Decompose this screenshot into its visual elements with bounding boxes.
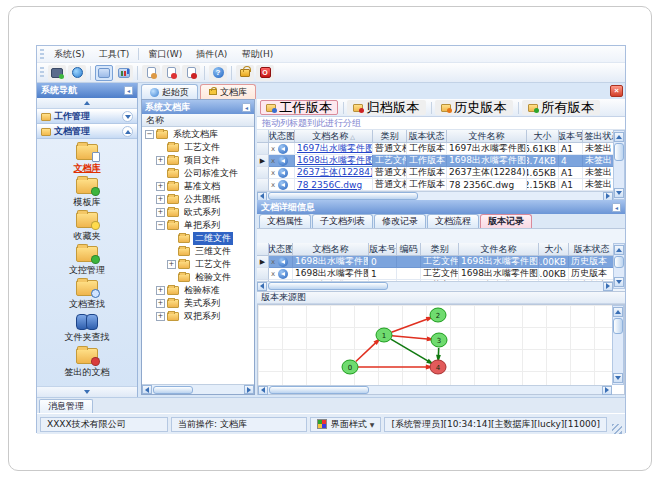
cell-版本号[interactable]: A1 xyxy=(559,179,583,191)
cell-签出状态[interactable]: 未签出 xyxy=(583,155,613,167)
detail-tab-子文档列表[interactable]: 子文档列表 xyxy=(312,214,373,228)
tree-horizontal-scrollbar[interactable] xyxy=(142,384,254,394)
graph-vscrollbar[interactable] xyxy=(612,305,624,385)
cell-大小[interactable]: 73.00KB xyxy=(539,268,569,280)
column-header-大小[interactable]: 大小 xyxy=(527,130,559,143)
toolbar-button-globe[interactable] xyxy=(68,65,86,81)
expand-icon[interactable]: + xyxy=(156,286,165,295)
cell-文档名称[interactable]: 1698出水嘴零件图.dwg xyxy=(293,268,369,280)
tree-node-美式系列[interactable]: +美式系列 xyxy=(142,297,254,310)
tree-node-公司标准文件[interactable]: 公司标准文件 xyxy=(142,167,254,180)
pin-icon[interactable]: ◂ xyxy=(612,203,621,212)
cell-文件名称[interactable]: 1698出水嘴零件图.dwg xyxy=(447,155,527,167)
toolbar-grip[interactable] xyxy=(40,67,44,78)
scroll-down-icon[interactable] xyxy=(613,373,623,383)
pin-icon[interactable]: ◂ xyxy=(242,103,251,112)
tree-node-工艺文件[interactable]: 工艺文件 xyxy=(142,141,254,154)
menu-item-2[interactable]: 工具(T) xyxy=(92,46,137,63)
collapse-icon[interactable]: − xyxy=(156,221,165,230)
scrollbar-thumb[interactable] xyxy=(613,318,623,334)
graph-hscrollbar[interactable] xyxy=(258,385,612,394)
toolbar-button-doc-new[interactable] xyxy=(142,65,160,81)
expand-icon[interactable]: + xyxy=(156,182,165,191)
cell-版本状态[interactable]: 工作版本 xyxy=(407,167,447,179)
column-header-大小[interactable]: 大小 xyxy=(539,243,569,256)
toolbar-button-help[interactable]: ? xyxy=(209,65,227,81)
cell-签出状态[interactable]: 未签出 xyxy=(583,143,613,155)
cell-签出状态[interactable]: 未签出 xyxy=(583,179,613,191)
button-工作版本[interactable]: 工作版本 xyxy=(260,100,338,115)
tree-node-欧式系列[interactable]: +欧式系列 xyxy=(142,206,254,219)
cell-版本状态[interactable]: 工作版本 xyxy=(407,179,447,191)
scroll-right-icon[interactable] xyxy=(603,282,613,291)
table-row-1[interactable]: ▶x1698出水嘴零件图.dwg0工艺文件1698出水嘴零件图.dwg73.00… xyxy=(257,256,613,268)
detail-tab-版本记录[interactable]: 版本记录 xyxy=(480,214,532,228)
version-grid-vscrollbar[interactable] xyxy=(613,243,625,289)
detail-tab-文档属性[interactable]: 文档属性 xyxy=(259,214,311,228)
cell-类别[interactable]: 工艺文件 xyxy=(421,256,459,268)
column-header-版本状态[interactable]: 版本状态 xyxy=(407,130,447,143)
column-header-文档名称[interactable]: 文档名称 xyxy=(293,243,369,256)
column-header-类别[interactable]: 类别 xyxy=(373,130,407,143)
tree-node-单把系列[interactable]: −单把系列 xyxy=(142,219,254,232)
column-header-状态图[interactable]: 状态图 xyxy=(269,243,293,256)
detail-tab-文档流程[interactable]: 文档流程 xyxy=(427,214,479,228)
cell-类别[interactable]: 工艺文件 xyxy=(421,268,459,280)
cell-大小[interactable]: 182.15KB xyxy=(527,179,559,191)
cell-大小[interactable]: 73.00KB xyxy=(539,256,569,268)
table-row-3[interactable]: x2637主体(12284).dwg普通文档工作版本2637主体(12284).… xyxy=(257,167,613,179)
table-row-2[interactable]: ▶x1698出水嘴零件图.dwg工艺文件工作版本1698出水嘴零件图.dwg73… xyxy=(257,155,613,167)
cell-类别[interactable]: 普通文档 xyxy=(373,143,407,155)
menubar-grip[interactable] xyxy=(40,49,44,60)
table-row-1[interactable]: x1697出水嘴零件图.dwg普通文档工作版本1697出水嘴零件图.dwg96.… xyxy=(257,143,613,155)
sidebar-item-4[interactable]: 文控管理 xyxy=(37,244,137,278)
scrollbar-thumb[interactable] xyxy=(268,192,418,200)
tree-column-header[interactable]: 名称 xyxy=(142,114,254,127)
cell-版本状态[interactable]: 历史版本 xyxy=(569,268,613,280)
column-header-文件名称[interactable]: 文件名称 xyxy=(447,130,527,143)
cell-状态图[interactable]: x xyxy=(269,167,295,179)
tree-node-项目文件[interactable]: +项目文件 xyxy=(142,154,254,167)
tree-node-系统文档库[interactable]: −系统文档库 xyxy=(142,128,254,141)
scrollbar-thumb[interactable] xyxy=(268,282,388,290)
sidebar-item-2[interactable]: 模板库 xyxy=(37,176,137,210)
detail-tab-修改记录[interactable]: 修改记录 xyxy=(374,214,426,228)
chevron-down-icon[interactable] xyxy=(122,111,133,122)
column-header-版本号[interactable]: 版本号 xyxy=(559,130,583,143)
cell-类别[interactable]: 普通文档 xyxy=(373,167,407,179)
scrollbar-thumb[interactable] xyxy=(153,386,193,394)
column-header-版本状态[interactable]: 版本状态 xyxy=(569,243,613,256)
cell-文件名称[interactable]: 1697出水嘴零件图.dwg xyxy=(447,143,527,155)
sidebar-overflow-button[interactable] xyxy=(37,386,137,397)
scroll-up-icon[interactable] xyxy=(613,307,623,317)
cell-状态图[interactable]: x xyxy=(269,268,293,280)
menu-item-5[interactable]: 帮助(H) xyxy=(234,46,280,63)
tree-node-三维文件[interactable]: 三维文件 xyxy=(142,245,254,258)
sidebar-item-1[interactable]: 文档库 xyxy=(37,142,137,176)
cell-文件名称[interactable]: 2637主体(12284).dwg xyxy=(447,167,527,179)
column-header-文档名称[interactable]: 文档名称△ xyxy=(295,130,373,143)
expand-icon[interactable]: + xyxy=(156,195,165,204)
cell-编码[interactable] xyxy=(397,268,421,280)
pin-icon[interactable]: ◂ xyxy=(124,86,133,95)
cell-版本状态[interactable]: 历史版本 xyxy=(569,256,613,268)
cell-文件名称[interactable]: 1698出水嘴零件图.dwg xyxy=(459,256,539,268)
toolbar-button-doc-mark[interactable] xyxy=(162,65,180,81)
button-归档版本[interactable]: 归档版本 xyxy=(347,100,425,115)
table-row-4[interactable]: x78 2356C.dwg普通文档工作版本78 2356C.dwg182.15K… xyxy=(257,179,613,191)
version-grid-hscrollbar[interactable] xyxy=(257,281,613,290)
cell-版本号[interactable]: 4 xyxy=(559,155,583,167)
scrollbar-thumb[interactable] xyxy=(614,256,624,268)
cell-签出状态[interactable]: 未签出 xyxy=(583,167,613,179)
cell-文档名称[interactable]: 2637主体(12284).dwg xyxy=(295,167,373,179)
expand-icon[interactable]: + xyxy=(156,208,165,217)
scroll-left-icon[interactable] xyxy=(257,282,267,291)
sidebar-item-7[interactable]: 签出的文档 xyxy=(37,346,137,380)
tree-node-二维文件[interactable]: 二维文件 xyxy=(142,232,254,245)
column-header-编码[interactable]: 编码 xyxy=(397,243,421,256)
close-icon[interactable]: × xyxy=(610,85,623,97)
tree-node-检验标准[interactable]: +检验标准 xyxy=(142,284,254,297)
cell-文档名称[interactable]: 1698出水嘴零件图.dwg xyxy=(293,256,369,268)
tree-node-公共图纸[interactable]: +公共图纸 xyxy=(142,193,254,206)
document-grid-vscrollbar[interactable] xyxy=(613,130,625,200)
